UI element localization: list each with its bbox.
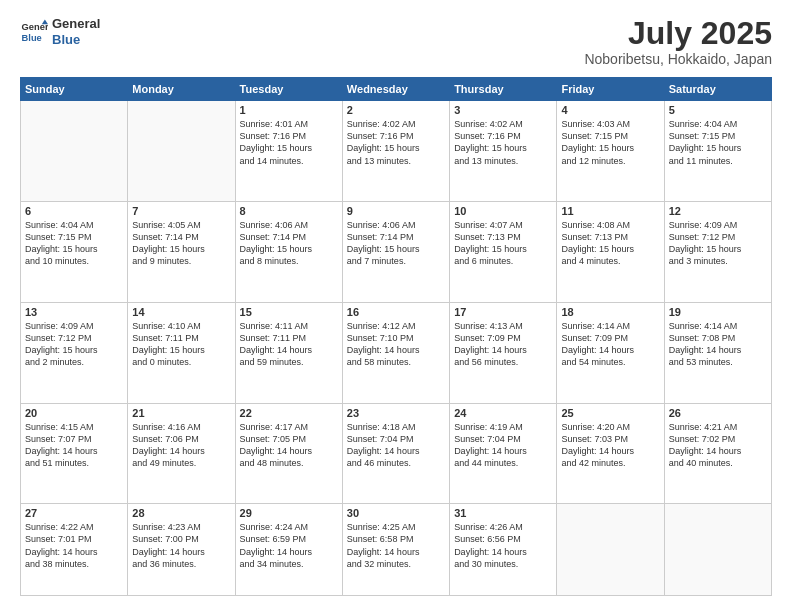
day-header-friday: Friday <box>557 78 664 101</box>
day-number: 22 <box>240 407 338 419</box>
calendar-cell: 22Sunrise: 4:17 AMSunset: 7:05 PMDayligh… <box>235 403 342 504</box>
day-header-saturday: Saturday <box>664 78 771 101</box>
cell-details: Sunrise: 4:01 AMSunset: 7:16 PMDaylight:… <box>240 118 338 167</box>
calendar-week-3: 13Sunrise: 4:09 AMSunset: 7:12 PMDayligh… <box>21 302 772 403</box>
day-number: 28 <box>132 507 230 519</box>
calendar-cell: 25Sunrise: 4:20 AMSunset: 7:03 PMDayligh… <box>557 403 664 504</box>
cell-details: Sunrise: 4:16 AMSunset: 7:06 PMDaylight:… <box>132 421 230 470</box>
day-number: 1 <box>240 104 338 116</box>
calendar-cell: 5Sunrise: 4:04 AMSunset: 7:15 PMDaylight… <box>664 101 771 202</box>
calendar-week-1: 1Sunrise: 4:01 AMSunset: 7:16 PMDaylight… <box>21 101 772 202</box>
day-number: 29 <box>240 507 338 519</box>
calendar-cell: 24Sunrise: 4:19 AMSunset: 7:04 PMDayligh… <box>450 403 557 504</box>
calendar-cell: 6Sunrise: 4:04 AMSunset: 7:15 PMDaylight… <box>21 201 128 302</box>
day-number: 19 <box>669 306 767 318</box>
calendar-cell: 8Sunrise: 4:06 AMSunset: 7:14 PMDaylight… <box>235 201 342 302</box>
cell-details: Sunrise: 4:11 AMSunset: 7:11 PMDaylight:… <box>240 320 338 369</box>
calendar-cell: 10Sunrise: 4:07 AMSunset: 7:13 PMDayligh… <box>450 201 557 302</box>
calendar-week-2: 6Sunrise: 4:04 AMSunset: 7:15 PMDaylight… <box>21 201 772 302</box>
cell-details: Sunrise: 4:12 AMSunset: 7:10 PMDaylight:… <box>347 320 445 369</box>
page: General Blue General Blue July 2025 Nobo… <box>0 0 792 612</box>
day-number: 7 <box>132 205 230 217</box>
svg-text:Blue: Blue <box>22 33 42 43</box>
calendar-week-4: 20Sunrise: 4:15 AMSunset: 7:07 PMDayligh… <box>21 403 772 504</box>
cell-details: Sunrise: 4:24 AMSunset: 6:59 PMDaylight:… <box>240 521 338 570</box>
cell-details: Sunrise: 4:23 AMSunset: 7:00 PMDaylight:… <box>132 521 230 570</box>
logo-icon: General Blue <box>20 18 48 46</box>
title-block: July 2025 Noboribetsu, Hokkaido, Japan <box>584 16 772 67</box>
calendar-cell: 26Sunrise: 4:21 AMSunset: 7:02 PMDayligh… <box>664 403 771 504</box>
calendar-cell: 19Sunrise: 4:14 AMSunset: 7:08 PMDayligh… <box>664 302 771 403</box>
header: General Blue General Blue July 2025 Nobo… <box>20 16 772 67</box>
cell-details: Sunrise: 4:02 AMSunset: 7:16 PMDaylight:… <box>347 118 445 167</box>
day-number: 18 <box>561 306 659 318</box>
calendar-cell: 13Sunrise: 4:09 AMSunset: 7:12 PMDayligh… <box>21 302 128 403</box>
day-number: 3 <box>454 104 552 116</box>
calendar-cell: 9Sunrise: 4:06 AMSunset: 7:14 PMDaylight… <box>342 201 449 302</box>
logo-general: General <box>52 16 100 32</box>
cell-details: Sunrise: 4:26 AMSunset: 6:56 PMDaylight:… <box>454 521 552 570</box>
cell-details: Sunrise: 4:25 AMSunset: 6:58 PMDaylight:… <box>347 521 445 570</box>
calendar-header-row: SundayMondayTuesdayWednesdayThursdayFrid… <box>21 78 772 101</box>
day-number: 4 <box>561 104 659 116</box>
day-number: 6 <box>25 205 123 217</box>
day-header-monday: Monday <box>128 78 235 101</box>
day-number: 16 <box>347 306 445 318</box>
calendar-cell <box>664 504 771 596</box>
day-number: 5 <box>669 104 767 116</box>
day-number: 26 <box>669 407 767 419</box>
calendar-cell: 28Sunrise: 4:23 AMSunset: 7:00 PMDayligh… <box>128 504 235 596</box>
calendar-cell: 21Sunrise: 4:16 AMSunset: 7:06 PMDayligh… <box>128 403 235 504</box>
calendar-cell: 4Sunrise: 4:03 AMSunset: 7:15 PMDaylight… <box>557 101 664 202</box>
calendar-table: SundayMondayTuesdayWednesdayThursdayFrid… <box>20 77 772 596</box>
calendar-cell <box>21 101 128 202</box>
calendar-cell: 3Sunrise: 4:02 AMSunset: 7:16 PMDaylight… <box>450 101 557 202</box>
cell-details: Sunrise: 4:06 AMSunset: 7:14 PMDaylight:… <box>240 219 338 268</box>
day-header-thursday: Thursday <box>450 78 557 101</box>
calendar-cell: 29Sunrise: 4:24 AMSunset: 6:59 PMDayligh… <box>235 504 342 596</box>
cell-details: Sunrise: 4:03 AMSunset: 7:15 PMDaylight:… <box>561 118 659 167</box>
day-header-tuesday: Tuesday <box>235 78 342 101</box>
day-number: 30 <box>347 507 445 519</box>
cell-details: Sunrise: 4:06 AMSunset: 7:14 PMDaylight:… <box>347 219 445 268</box>
cell-details: Sunrise: 4:14 AMSunset: 7:09 PMDaylight:… <box>561 320 659 369</box>
calendar-cell: 20Sunrise: 4:15 AMSunset: 7:07 PMDayligh… <box>21 403 128 504</box>
calendar-cell: 11Sunrise: 4:08 AMSunset: 7:13 PMDayligh… <box>557 201 664 302</box>
cell-details: Sunrise: 4:05 AMSunset: 7:14 PMDaylight:… <box>132 219 230 268</box>
calendar-week-5: 27Sunrise: 4:22 AMSunset: 7:01 PMDayligh… <box>21 504 772 596</box>
calendar-cell: 23Sunrise: 4:18 AMSunset: 7:04 PMDayligh… <box>342 403 449 504</box>
month-title: July 2025 <box>584 16 772 51</box>
day-number: 14 <box>132 306 230 318</box>
calendar-cell <box>128 101 235 202</box>
cell-details: Sunrise: 4:04 AMSunset: 7:15 PMDaylight:… <box>669 118 767 167</box>
location: Noboribetsu, Hokkaido, Japan <box>584 51 772 67</box>
calendar-cell: 1Sunrise: 4:01 AMSunset: 7:16 PMDaylight… <box>235 101 342 202</box>
day-number: 24 <box>454 407 552 419</box>
day-number: 23 <box>347 407 445 419</box>
day-number: 9 <box>347 205 445 217</box>
cell-details: Sunrise: 4:20 AMSunset: 7:03 PMDaylight:… <box>561 421 659 470</box>
cell-details: Sunrise: 4:22 AMSunset: 7:01 PMDaylight:… <box>25 521 123 570</box>
calendar-cell: 27Sunrise: 4:22 AMSunset: 7:01 PMDayligh… <box>21 504 128 596</box>
cell-details: Sunrise: 4:09 AMSunset: 7:12 PMDaylight:… <box>669 219 767 268</box>
day-number: 11 <box>561 205 659 217</box>
day-number: 12 <box>669 205 767 217</box>
day-header-sunday: Sunday <box>21 78 128 101</box>
cell-details: Sunrise: 4:17 AMSunset: 7:05 PMDaylight:… <box>240 421 338 470</box>
cell-details: Sunrise: 4:13 AMSunset: 7:09 PMDaylight:… <box>454 320 552 369</box>
cell-details: Sunrise: 4:07 AMSunset: 7:13 PMDaylight:… <box>454 219 552 268</box>
calendar-cell: 12Sunrise: 4:09 AMSunset: 7:12 PMDayligh… <box>664 201 771 302</box>
calendar-cell: 15Sunrise: 4:11 AMSunset: 7:11 PMDayligh… <box>235 302 342 403</box>
day-number: 27 <box>25 507 123 519</box>
calendar-cell: 14Sunrise: 4:10 AMSunset: 7:11 PMDayligh… <box>128 302 235 403</box>
cell-details: Sunrise: 4:02 AMSunset: 7:16 PMDaylight:… <box>454 118 552 167</box>
calendar-cell: 7Sunrise: 4:05 AMSunset: 7:14 PMDaylight… <box>128 201 235 302</box>
calendar-cell: 30Sunrise: 4:25 AMSunset: 6:58 PMDayligh… <box>342 504 449 596</box>
cell-details: Sunrise: 4:08 AMSunset: 7:13 PMDaylight:… <box>561 219 659 268</box>
cell-details: Sunrise: 4:21 AMSunset: 7:02 PMDaylight:… <box>669 421 767 470</box>
calendar-cell: 2Sunrise: 4:02 AMSunset: 7:16 PMDaylight… <box>342 101 449 202</box>
cell-details: Sunrise: 4:15 AMSunset: 7:07 PMDaylight:… <box>25 421 123 470</box>
logo: General Blue General Blue <box>20 16 100 47</box>
cell-details: Sunrise: 4:10 AMSunset: 7:11 PMDaylight:… <box>132 320 230 369</box>
day-number: 13 <box>25 306 123 318</box>
